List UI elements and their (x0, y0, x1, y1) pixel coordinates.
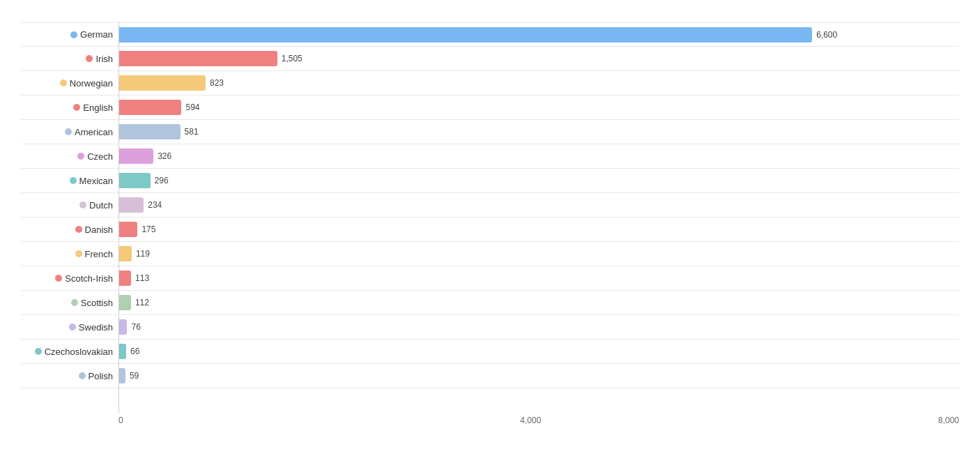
bar-fill-10 (119, 271, 131, 286)
bar-value-12: 76 (131, 322, 140, 332)
bar-fill-13 (119, 344, 126, 359)
bar-fill-12 (119, 319, 127, 335)
y-label-row: Irish (21, 47, 118, 71)
bar-row: 234 (119, 193, 959, 218)
dot-11 (71, 299, 78, 306)
y-label-text-14: Polish (89, 371, 113, 381)
chart-container: German Irish Norwegian English American … (0, 0, 980, 449)
y-label-text-0: German (80, 29, 113, 40)
dot-4 (65, 128, 72, 135)
bar-value-13: 66 (130, 347, 139, 356)
bars-area: 6,6001,505823594581326296234175119113112… (118, 22, 959, 413)
y-label-text-9: French (85, 249, 113, 259)
bar-fill-4 (119, 124, 181, 139)
y-label-row: French (21, 242, 118, 266)
y-label-text-1: Irish (95, 54, 113, 64)
dot-13 (35, 348, 42, 355)
y-label-row: Swedish (21, 315, 118, 340)
y-label-row: Danish (21, 218, 118, 242)
bar-row: 1,505 (119, 47, 959, 71)
dot-7 (79, 201, 86, 208)
x-tick: 0 (118, 416, 123, 425)
bar-row: 59 (119, 364, 959, 388)
dot-1 (86, 55, 93, 62)
bar-row: 76 (119, 315, 959, 340)
dot-12 (69, 324, 76, 330)
dot-14 (79, 372, 86, 379)
bar-fill-5 (119, 149, 153, 164)
y-label-row: Polish (21, 364, 118, 388)
y-label-text-2: Norwegian (70, 78, 113, 89)
bar-fill-2 (119, 75, 206, 91)
bar-value-9: 119 (136, 249, 150, 259)
bar-value-3: 594 (185, 102, 199, 112)
y-label-row: Scotch-Irish (21, 266, 118, 291)
dot-5 (77, 153, 84, 160)
y-label-row: Czech (21, 144, 118, 169)
x-axis: 04,0008,000 (21, 413, 959, 425)
bar-fill-6 (119, 173, 151, 188)
dot-8 (75, 226, 82, 233)
dot-10 (55, 275, 62, 282)
bar-value-4: 581 (185, 127, 199, 137)
bar-fill-14 (119, 368, 125, 383)
dot-9 (75, 250, 82, 257)
y-label-row: German (21, 22, 118, 47)
bar-row: 66 (119, 340, 959, 364)
bar-row: 113 (119, 266, 959, 291)
y-label-text-11: Scottish (81, 298, 113, 308)
bar-fill-9 (119, 246, 132, 261)
bar-row: 112 (119, 291, 959, 315)
bar-row: 594 (119, 96, 959, 120)
y-label-text-12: Swedish (79, 322, 113, 333)
bar-value-7: 234 (148, 200, 162, 210)
x-tick: 4,000 (520, 416, 541, 425)
bar-value-11: 112 (135, 298, 149, 307)
bar-fill-3 (119, 100, 181, 115)
bar-value-5: 326 (158, 151, 171, 161)
bar-value-10: 113 (135, 273, 149, 283)
chart-body: German Irish Norwegian English American … (21, 22, 959, 413)
bar-fill-8 (119, 222, 137, 237)
bar-row: 581 (119, 120, 959, 144)
dot-6 (70, 177, 77, 184)
bar-row: 6,600 (119, 22, 959, 47)
dot-2 (60, 79, 67, 86)
bar-row: 823 (119, 71, 959, 96)
bar-row: 119 (119, 242, 959, 266)
y-label-text-4: American (75, 127, 113, 137)
y-axis: German Irish Norwegian English American … (21, 22, 118, 413)
x-tick: 8,000 (938, 416, 959, 425)
y-label-row: English (21, 96, 118, 120)
bar-value-2: 823 (210, 78, 224, 88)
y-label-row: Dutch (21, 193, 118, 218)
y-label-text-5: Czech (87, 151, 113, 162)
bar-row: 296 (119, 169, 959, 193)
bar-fill-11 (119, 295, 131, 310)
y-label-row: American (21, 120, 118, 144)
y-label-text-10: Scotch-Irish (65, 273, 113, 284)
dot-0 (70, 31, 77, 38)
bar-fill-7 (119, 197, 144, 213)
bar-value-0: 6,600 (816, 30, 837, 40)
y-label-text-13: Czechoslovakian (45, 347, 113, 357)
bar-value-14: 59 (130, 371, 139, 381)
y-label-text-3: English (83, 102, 113, 113)
y-label-row: Czechoslovakian (21, 340, 118, 364)
y-label-row: Norwegian (21, 71, 118, 96)
y-label-row: Mexican (21, 169, 118, 193)
y-label-row: Scottish (21, 291, 118, 315)
bar-row: 326 (119, 144, 959, 169)
bar-value-6: 296 (155, 176, 169, 185)
bar-fill-1 (119, 51, 277, 66)
dot-3 (73, 104, 80, 111)
bar-row: 175 (119, 218, 959, 242)
y-label-text-7: Dutch (89, 200, 113, 211)
y-label-text-8: Danish (85, 224, 113, 235)
bar-value-1: 1,505 (282, 54, 303, 63)
y-label-text-6: Mexican (79, 176, 113, 186)
bar-fill-0 (119, 27, 812, 43)
bar-value-8: 175 (141, 224, 155, 234)
